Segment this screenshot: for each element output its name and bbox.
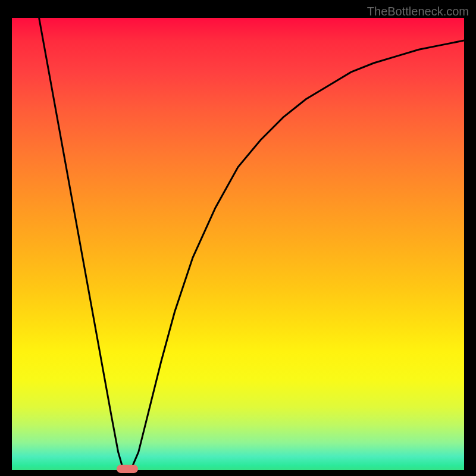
watermark-text: TheBottleneck.com [367,5,469,18]
bottleneck-curve [12,18,464,470]
chart-container [12,18,464,470]
minimum-marker [117,465,138,473]
